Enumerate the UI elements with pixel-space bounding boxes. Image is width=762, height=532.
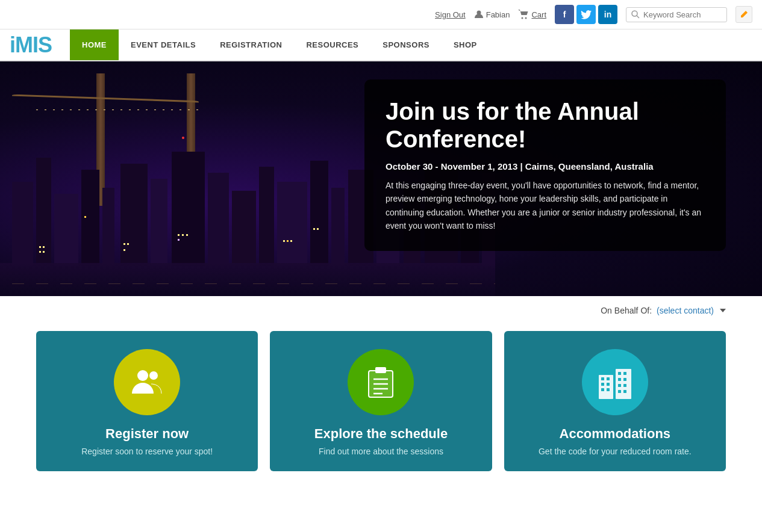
header-row: iMIS HOME EVENT DETAILS REGISTRATION RES… <box>0 29 762 61</box>
select-contact-link[interactable]: (select contact) <box>657 306 714 315</box>
building-icon <box>598 366 632 399</box>
cart-link[interactable]: Cart <box>518 10 546 19</box>
dropdown-arrow[interactable] <box>720 309 726 312</box>
linkedin-icon[interactable]: in <box>598 5 617 24</box>
hero-content-box: Join us for the Annual Conference! Octob… <box>364 79 726 251</box>
svg-rect-8 <box>375 367 386 373</box>
accommodations-card[interactable]: Accommodations Get the code for your red… <box>504 331 726 471</box>
svg-rect-15 <box>601 377 604 380</box>
svg-rect-13 <box>599 375 613 399</box>
social-icons: f in <box>555 5 617 24</box>
schedule-card-subtitle: Find out more about the sessions <box>319 447 443 456</box>
twitter-icon[interactable] <box>576 5 596 24</box>
cart-icon <box>518 10 529 19</box>
svg-rect-18 <box>607 383 610 386</box>
nav-item-home[interactable]: HOME <box>70 29 119 60</box>
nav-item-resources[interactable]: RESOURCES <box>294 29 370 60</box>
sign-out-link[interactable]: Sign Out <box>435 10 466 19</box>
user-info: Fabian <box>474 10 510 19</box>
edit-button[interactable] <box>735 6 752 23</box>
svg-rect-26 <box>623 384 626 387</box>
logo-i: i <box>10 32 15 57</box>
svg-rect-28 <box>623 390 626 393</box>
svg-point-1 <box>522 17 523 19</box>
facebook-icon[interactable]: f <box>555 5 574 24</box>
schedule-icon-circle <box>348 349 414 415</box>
schedule-card-title: Explore the schedule <box>314 426 448 442</box>
search-box[interactable] <box>626 7 727 22</box>
svg-rect-19 <box>601 388 604 391</box>
user-icon <box>474 10 484 19</box>
on-behalf-label: On Behalf Of: <box>601 306 652 315</box>
pencil-icon <box>740 10 748 19</box>
accommodations-card-title: Accommodations <box>560 426 671 442</box>
svg-rect-17 <box>601 383 604 386</box>
register-icon-circle <box>114 349 180 415</box>
svg-rect-16 <box>607 377 610 380</box>
bridge-lights <box>36 110 199 110</box>
hero-description: At this engaging three-day event, you'll… <box>386 179 705 233</box>
search-icon <box>631 10 640 19</box>
search-input[interactable] <box>643 10 722 19</box>
cart-label[interactable]: Cart <box>531 10 546 19</box>
accommodations-card-subtitle: Get the code for your reduced room rate. <box>539 447 692 456</box>
logo-mis: MIS <box>15 32 52 57</box>
top-bar-links: Sign Out Fabian Cart <box>435 10 546 19</box>
nav-item-event-details[interactable]: EVENT DETAILS <box>119 29 208 60</box>
hero-date: October 30 - November 1, 2013 | Cairns, … <box>386 161 705 172</box>
svg-rect-20 <box>607 388 610 391</box>
svg-point-3 <box>632 11 637 16</box>
twitter-bird <box>581 10 592 19</box>
svg-rect-25 <box>618 384 621 387</box>
register-card[interactable]: Register now Register soon to reserve yo… <box>36 331 258 471</box>
svg-rect-27 <box>618 390 621 393</box>
main-nav: HOME EVENT DETAILS REGISTRATION RESOURCE… <box>70 29 489 60</box>
top-bar: Sign Out Fabian Cart f in <box>0 0 762 29</box>
nav-item-registration[interactable]: REGISTRATION <box>208 29 294 60</box>
schedule-card[interactable]: Explore the schedule Find out more about… <box>270 331 492 471</box>
clipboard-icon <box>366 366 396 399</box>
accommodations-icon-circle <box>582 349 648 415</box>
svg-rect-22 <box>623 372 626 375</box>
nav-item-shop[interactable]: SHOP <box>442 29 489 60</box>
on-behalf-bar: On Behalf Of: (select contact) <box>0 296 762 325</box>
nav-item-sponsors[interactable]: SPONSORS <box>370 29 442 60</box>
water-reflection <box>0 263 495 296</box>
svg-line-4 <box>637 16 639 18</box>
svg-point-5 <box>137 370 148 381</box>
svg-point-6 <box>149 371 158 380</box>
water-shimmer <box>0 283 495 284</box>
svg-rect-24 <box>623 378 626 381</box>
svg-rect-23 <box>618 378 621 381</box>
register-card-subtitle: Register soon to reserve your spot! <box>81 447 213 456</box>
bridge-cable-main <box>12 94 199 103</box>
hero-section: Join us for the Annual Conference! Octob… <box>0 61 762 296</box>
svg-point-2 <box>525 17 527 19</box>
cards-section: Register now Register soon to reserve yo… <box>0 325 762 495</box>
logo[interactable]: iMIS <box>10 32 52 58</box>
user-name[interactable]: Fabian <box>486 10 510 19</box>
people-icon <box>131 367 164 397</box>
register-card-title: Register now <box>105 426 189 442</box>
svg-rect-21 <box>618 372 621 375</box>
hero-title: Join us for the Annual Conference! <box>386 97 705 153</box>
